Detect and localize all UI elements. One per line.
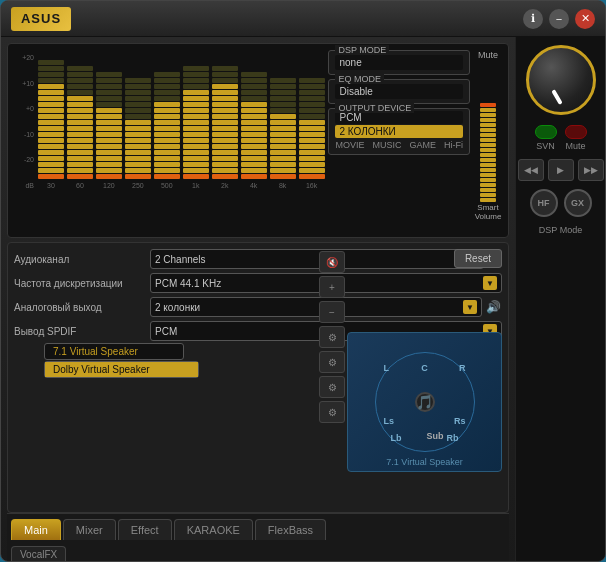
svn-led[interactable]	[535, 125, 557, 139]
eq-bar-500hz: 500	[154, 72, 180, 189]
speaker-pos-Rs: Rs	[454, 416, 466, 426]
right-panel: SVN Mute ◀◀ ▶ ▶▶ HF GX DSP Mode	[515, 37, 605, 562]
analog-output-arrow[interactable]: ▼	[463, 300, 477, 314]
volume-bar-vertical	[480, 62, 496, 202]
gx-button[interactable]: GX	[564, 189, 592, 217]
side-icon-4[interactable]: ⚙	[319, 326, 345, 348]
tab-flexbass[interactable]: FlexBass	[255, 519, 326, 540]
hf-button[interactable]: HF	[530, 189, 558, 217]
game-mode[interactable]: GAME	[409, 140, 436, 150]
audio-channel-row: Аудиоканал 2 Channels ▼ ?	[14, 249, 502, 269]
tab-karaoke[interactable]: KARAOKE	[174, 519, 253, 540]
eq-mode-group: EQ MODE Disable	[328, 79, 470, 104]
speaker-pos-Ls: Ls	[384, 416, 395, 426]
analog-output-label: Аналоговый выход	[14, 302, 144, 313]
svn-label: SVN	[536, 141, 555, 151]
reset-button[interactable]: Reset	[454, 249, 502, 268]
tab-vocalfx[interactable]: VocalFX	[11, 546, 66, 562]
eq-area: +20 +10 +0 -10 -20 dB	[7, 43, 509, 238]
mute-volume-area: Mute	[474, 50, 502, 231]
tab-effect[interactable]: Effect	[118, 519, 172, 540]
music-mode[interactable]: MUSIC	[372, 140, 401, 150]
analog-output-row: Аналоговый выход 2 колонки ▼ 🔊	[14, 297, 502, 317]
eq-bar-250hz: 250	[125, 78, 151, 189]
viz-label: 7.1 Virtual Speaker	[386, 457, 462, 467]
speaker-center: 🎵	[415, 392, 435, 412]
virtual-speaker-dropdown-2: Dolby Virtual Speaker	[44, 361, 199, 378]
analog-output-select[interactable]: 2 колонки ▼	[150, 297, 482, 317]
side-icon-1[interactable]: 🔇	[319, 251, 345, 273]
speaker-visualization: L C R Ls Rs Lb Rb 🎵 Sub 7.1 Virtual Spea…	[347, 332, 502, 472]
asus-logo: ASUS	[11, 7, 71, 31]
speaker-icon[interactable]: 🔊	[484, 298, 502, 316]
volume-knob[interactable]	[526, 45, 596, 115]
close-button[interactable]: ✕	[575, 9, 595, 29]
speaker-circle: L C R Ls Rs Lb Rb 🎵 Sub	[375, 352, 475, 452]
eq-bar-1k: 1k	[183, 66, 209, 189]
dsp-mode-label: DSP MODE	[335, 45, 389, 55]
settings-panel: Reset Аудиоканал 2 Channels ▼ ? Частота …	[7, 242, 509, 513]
knob-indicator	[551, 89, 562, 105]
main-content: +20 +10 +0 -10 -20 dB	[1, 37, 605, 562]
minimize-button[interactable]: −	[549, 9, 569, 29]
ctrl-btn-1[interactable]: ◀◀	[518, 159, 544, 181]
dsp-mode-value[interactable]: none	[335, 55, 463, 70]
eq-bar-4k: 4k	[241, 72, 267, 189]
eq-mode-value[interactable]: Disable	[335, 84, 463, 99]
eq-bar-2k: 2k	[212, 66, 238, 189]
side-icon-5[interactable]: ⚙	[319, 351, 345, 373]
virtual-speaker-1-option[interactable]: 7.1 Virtual Speaker	[45, 344, 183, 359]
side-icon-7[interactable]: ⚙	[319, 401, 345, 423]
vocalfx-row: VocalFX	[7, 545, 509, 562]
speaker-pos-C: C	[421, 363, 428, 373]
db-scale: +20 +10 +0 -10 -20 dB	[14, 50, 34, 205]
tab-main[interactable]: Main	[11, 519, 61, 540]
title-bar: ASUS ℹ − ✕	[1, 1, 605, 37]
svn-section: SVN	[535, 125, 557, 151]
side-icon-2[interactable]: +	[319, 276, 345, 298]
eq-bar-60hz: 60	[67, 66, 93, 189]
sample-rate-arrow[interactable]: ▼	[483, 276, 497, 290]
output-device-group: OUTPUT DEVICE PCM 2 КОЛОНКИ MOVIE MUSIC …	[328, 108, 470, 155]
svn-mute-section: SVN Mute	[535, 125, 587, 151]
smart-volume-label: SmartVolume	[475, 204, 502, 222]
side-icon-panel: 🔇 + − ⚙ ⚙ ⚙ ⚙	[319, 251, 345, 423]
info-button[interactable]: ℹ	[523, 9, 543, 29]
side-icon-3[interactable]: −	[319, 301, 345, 323]
dsp-mode-right-label: DSP Mode	[539, 225, 582, 235]
tab-mixer[interactable]: Mixer	[63, 519, 116, 540]
output-device-list: PCM 2 КОЛОНКИ	[335, 111, 463, 138]
speaker-pos-R: R	[459, 363, 466, 373]
side-icon-6[interactable]: ⚙	[319, 376, 345, 398]
output-speakers[interactable]: 2 КОЛОНКИ	[335, 125, 463, 138]
audio-channel-select[interactable]: 2 Channels ▼	[150, 249, 484, 269]
eq-visualization: 30	[38, 50, 324, 205]
ctrl-btn-3[interactable]: ▶▶	[578, 159, 604, 181]
control-btn-row-1: ◀◀ ▶ ▶▶	[518, 159, 604, 181]
spdif-label: Вывод SPDIF	[14, 326, 144, 337]
mute-label-top: Mute	[478, 50, 498, 60]
mute-section: Mute	[565, 125, 587, 151]
speaker-pos-Lb: Lb	[391, 433, 402, 443]
speaker-pos-L: L	[384, 363, 390, 373]
eq-mode-label: EQ MODE	[335, 74, 384, 84]
hf-gx-row: HF GX	[530, 189, 592, 217]
title-buttons: ℹ − ✕	[523, 9, 595, 29]
left-panel: +20 +10 +0 -10 -20 dB	[1, 37, 515, 562]
movie-mode[interactable]: MOVIE	[335, 140, 364, 150]
mute-right-label: Mute	[565, 141, 585, 151]
dsp-mode-group: DSP MODE none	[328, 50, 470, 75]
audio-channel-label: Аудиоканал	[14, 254, 144, 265]
ctrl-btn-2[interactable]: ▶	[548, 159, 574, 181]
sound-modes: MOVIE MUSIC GAME Hi-Fi	[335, 140, 463, 150]
hifi-mode[interactable]: Hi-Fi	[444, 140, 463, 150]
speaker-pos-Rb: Rb	[447, 433, 459, 443]
eq-right-controls: DSP MODE none EQ MODE Disable OUTPUT DEV…	[328, 50, 470, 231]
sample-rate-label: Частота дискретизации	[14, 278, 144, 289]
eq-bar-8k: 8k	[270, 78, 296, 189]
bottom-tabs: Main Mixer Effect KARAOKE FlexBass	[7, 513, 509, 545]
virtual-speaker-dropdown-1: 7.1 Virtual Speaker	[44, 343, 184, 360]
virtual-speaker-2-option[interactable]: Dolby Virtual Speaker	[45, 362, 198, 377]
sample-rate-row: Частота дискретизации PCM 44.1 KHz ▼	[14, 273, 502, 293]
mute-led[interactable]	[565, 125, 587, 139]
